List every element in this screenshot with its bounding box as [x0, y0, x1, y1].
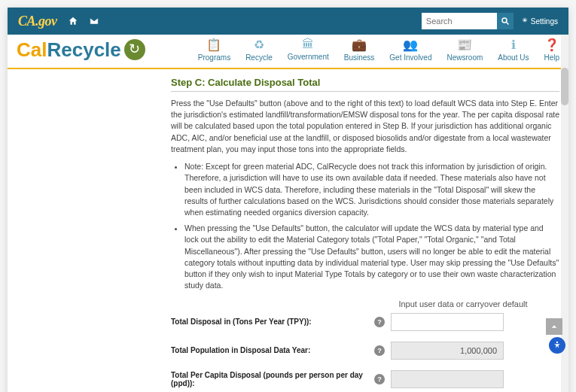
briefcase-icon: 💼: [352, 38, 367, 52]
home-icon[interactable]: [68, 16, 78, 26]
nav-programs[interactable]: 📋Programs: [198, 38, 230, 62]
nav-label: Programs: [198, 53, 230, 62]
input-per-capita: [391, 370, 504, 388]
capitol-icon: 🏛: [302, 38, 314, 51]
content-inner: Step C: Calculate Disposal Total Press t…: [171, 77, 559, 392]
gear-icon: [521, 17, 529, 26]
input-total-disposal[interactable]: [391, 313, 504, 331]
cagov-logo[interactable]: CA.gov: [18, 14, 57, 29]
users-icon: 👥: [403, 38, 418, 52]
utility-left: CA.gov: [18, 14, 99, 29]
nav-label: Newsroom: [446, 53, 483, 62]
label-total-disposal: Total Disposal in (Tons Per Year (TPY)):: [171, 318, 374, 326]
site-logo[interactable]: CalRecycle: [17, 38, 145, 62]
row-total-population: Total Population in Disposal Data Year: …: [171, 342, 559, 360]
nav-newsroom[interactable]: 📰Newsroom: [446, 38, 483, 62]
note-2: When pressing the "Use Defaults" button,…: [184, 223, 559, 291]
nav-help[interactable]: ❓Help: [544, 38, 559, 62]
inputs-column-header: Input user data or carryover default: [367, 299, 559, 308]
step-c-title: Step C: Calculate Disposal Total: [171, 77, 559, 92]
search-button[interactable]: [497, 13, 514, 29]
page-wrapper: CA.gov Settings: [8, 8, 568, 392]
clipboard-icon: 📋: [206, 38, 221, 52]
search-input[interactable]: [422, 13, 497, 29]
utility-bar: CA.gov Settings: [8, 8, 568, 35]
nav-label: Get Involved: [389, 53, 431, 62]
envelope-icon[interactable]: [89, 16, 99, 26]
utility-right: Settings: [422, 13, 558, 29]
note-1: Note: Except for green material ADC, Cal…: [184, 161, 559, 218]
nav-label: Business: [344, 53, 375, 62]
news-icon: 📰: [457, 38, 472, 52]
nav-label: About Us: [498, 53, 529, 62]
input-total-population: [391, 342, 504, 360]
logo-mark-icon: [124, 39, 145, 60]
step-c-notes: Note: Except for green material ADC, Cal…: [171, 161, 559, 291]
nav-business[interactable]: 💼Business: [344, 38, 375, 62]
main-content: Step C: Calculate Disposal Total Press t…: [8, 69, 568, 392]
row-per-capita: Total Per Capita Disposal (pounds per pe…: [171, 370, 559, 388]
logo-recycle: Recycle: [47, 38, 120, 61]
search-group: [422, 13, 514, 29]
main-nav: 📋Programs ♻Recycle 🏛Government 💼Business…: [198, 38, 559, 62]
nav-label: Government: [288, 53, 329, 61]
settings-link[interactable]: Settings: [521, 17, 558, 26]
recycle-icon: ♻: [254, 38, 264, 52]
help-icon[interactable]: ?: [374, 345, 385, 356]
step-c-para1: Press the "Use Defaults" button (above a…: [171, 98, 559, 155]
label-total-population: Total Population in Disposal Data Year:: [171, 346, 374, 354]
back-to-top-button[interactable]: [546, 318, 562, 335]
question-icon: ❓: [544, 38, 559, 52]
label-per-capita: Total Per Capita Disposal (pounds per pe…: [171, 371, 374, 387]
row-total-disposal: Total Disposal in (Tons Per Year (TPY)):…: [171, 313, 559, 331]
nav-about-us[interactable]: ℹAbout Us: [498, 38, 529, 62]
svg-line-1: [506, 23, 508, 25]
svg-point-0: [502, 18, 507, 23]
settings-label: Settings: [531, 17, 558, 26]
logo-cal: Cal: [17, 38, 47, 61]
nav-label: Help: [544, 53, 559, 62]
nav-get-involved[interactable]: 👥Get Involved: [389, 38, 431, 62]
nav-recycle[interactable]: ♻Recycle: [245, 38, 273, 62]
header: CalRecycle 📋Programs ♻Recycle 🏛Governmen…: [8, 35, 568, 69]
svg-point-3: [556, 342, 558, 343]
help-icon[interactable]: ?: [374, 374, 385, 384]
nav-label: Recycle: [245, 53, 273, 62]
help-icon[interactable]: ?: [374, 317, 385, 327]
accessibility-icon[interactable]: [549, 337, 565, 354]
nav-government[interactable]: 🏛Government: [288, 38, 329, 62]
info-icon: ℹ: [511, 38, 516, 52]
